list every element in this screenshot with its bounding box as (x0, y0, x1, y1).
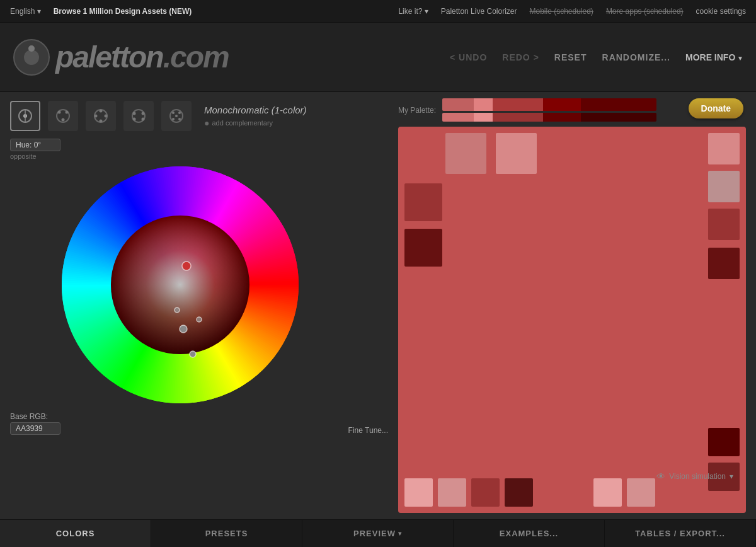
logo: paletton.com (13, 38, 229, 76)
base-rgb-label: Base RGB: (10, 412, 60, 421)
browse-link[interactable]: Browse 1 Million Design Assets (NEW) (54, 7, 192, 16)
logo-icon (13, 38, 50, 76)
color-wheel[interactable] (60, 165, 300, 405)
left-panel: Monochromatic (1-color) ● add complement… (10, 98, 388, 513)
color-preview-area[interactable]: 👁 Vision simulation ▾ (398, 127, 746, 513)
scheme-triadic-btn[interactable] (86, 101, 116, 131)
swatch-top-c2[interactable] (496, 133, 537, 174)
svg-point-8 (66, 111, 69, 114)
language-selector[interactable]: English ▾ (10, 7, 41, 16)
svg-point-23 (172, 118, 175, 120)
svg-point-12 (105, 115, 108, 118)
undo-button[interactable]: < UNDO (450, 52, 487, 62)
vision-sim-arrow: ▾ (730, 472, 733, 481)
likeit-btn[interactable]: Like it? ▾ (398, 7, 428, 16)
palette-color-4[interactable] (543, 98, 581, 111)
logo-text: paletton.com (55, 40, 229, 74)
add-complementary-btn[interactable]: ● add complementary (204, 118, 307, 128)
swatch-right-2[interactable] (708, 248, 740, 279)
swatch-top-right[interactable] (708, 133, 740, 164)
swatch-bottom-1[interactable] (404, 478, 433, 507)
preview-arrow: ▾ (398, 530, 402, 537)
main-area: Monochromatic (1-color) ● add complement… (0, 92, 756, 519)
svg-point-22 (178, 112, 181, 114)
my-palette-label: My Palette: (398, 106, 436, 115)
palette-color-3[interactable] (493, 98, 543, 111)
right-panel: My Palette: (398, 98, 746, 513)
cookie-settings-link[interactable]: cookie settings (696, 7, 746, 16)
svg-point-9 (62, 118, 65, 122)
svg-point-19 (142, 118, 145, 121)
scheme-selector: Monochromatic (1-color) ● add complement… (10, 98, 388, 134)
mobile-link[interactable]: Mobile (scheduled) (529, 7, 593, 16)
scheme-tetradic-btn[interactable] (123, 101, 154, 131)
swatch-left-1[interactable] (404, 183, 442, 221)
palette-color-1[interactable] (442, 98, 474, 111)
bottom-swatch-row (404, 478, 655, 507)
swatch-lower-right-1[interactable] (708, 428, 740, 456)
palette-sec-4[interactable] (543, 113, 581, 122)
svg-point-1 (24, 50, 39, 65)
tab-examples[interactable]: EXAMPLES... (454, 520, 605, 547)
palette-color-2[interactable] (474, 98, 493, 111)
palette-strip (442, 98, 656, 111)
palette-strip-secondary (442, 113, 656, 122)
svg-point-25 (175, 115, 178, 117)
scheme-free-btn[interactable] (161, 101, 192, 131)
palette-sec-2[interactable] (474, 113, 493, 122)
tab-preview[interactable]: PREVIEW ▾ (302, 520, 454, 547)
palette-sec-3[interactable] (493, 113, 543, 122)
swatch-bottom-6[interactable] (627, 478, 655, 507)
palette-color-5[interactable] (581, 98, 656, 111)
reset-button[interactable]: RESET (554, 52, 587, 62)
swatch-bottom-5[interactable] (593, 478, 622, 507)
svg-point-24 (178, 118, 181, 120)
base-rgb-area: Base RGB: AA3939 (10, 412, 60, 435)
palette-sec-5[interactable] (581, 113, 656, 122)
header: paletton.com < UNDO REDO > RESET RANDOMI… (0, 23, 756, 92)
swatch-bottom-3[interactable] (471, 478, 500, 507)
top-navigation: English ▾ Browse 1 Million Design Assets… (0, 0, 756, 23)
base-rgb-input[interactable]: AA3939 (10, 422, 60, 435)
moreapps-link[interactable]: More apps (scheduled) (606, 7, 684, 16)
scheme-name: Monochromatic (1-color) (204, 105, 307, 115)
svg-point-13 (100, 110, 103, 113)
header-actions: < UNDO REDO > RESET RANDOMIZE... MORE IN… (450, 52, 743, 62)
hue-info: Hue: 0° opposite (10, 139, 388, 160)
bottom-left-info: Base RGB: AA3939 Fine Tune (10, 410, 388, 437)
swatch-bottom-2[interactable] (438, 478, 466, 507)
eye-icon: 👁 (656, 471, 665, 481)
svg-point-2 (28, 45, 35, 52)
color-wheel-container (10, 165, 350, 405)
fine-tune-button[interactable]: Fine Tune (348, 426, 388, 435)
hue-display: Hue: 0° (10, 139, 60, 151)
opposite-label: opposite (10, 153, 388, 160)
swatch-right-1[interactable] (708, 209, 740, 240)
svg-point-7 (58, 111, 61, 114)
tab-tables[interactable]: TABLES / EXPORT... (605, 520, 756, 547)
svg-point-18 (133, 118, 136, 121)
scheme-name-area: Monochromatic (1-color) ● add complement… (204, 105, 307, 128)
donate-button[interactable]: Donate (689, 98, 743, 118)
tab-colors[interactable]: COLORS (0, 520, 151, 547)
swatch-top-c1[interactable] (445, 133, 486, 174)
colorizer-link[interactable]: Paletton Live Colorizer (441, 7, 517, 16)
swatch-left-2[interactable] (404, 229, 442, 267)
scheme-adjacent-btn[interactable] (48, 101, 78, 131)
more-info-button[interactable]: MORE INFO (685, 52, 743, 62)
svg-point-17 (142, 112, 145, 115)
svg-point-14 (100, 120, 103, 123)
tab-presets[interactable]: PRESETS (151, 520, 302, 547)
swatch-row2-right[interactable] (708, 171, 740, 202)
svg-point-21 (172, 112, 175, 114)
bottom-tabs: COLORS PRESETS PREVIEW ▾ EXAMPLES... TAB… (0, 519, 756, 547)
randomize-button[interactable]: RANDOMIZE... (602, 52, 670, 62)
palette-sec-1[interactable] (442, 113, 474, 122)
vision-simulation-btn[interactable]: 👁 Vision simulation ▾ (656, 471, 733, 481)
scheme-monochromatic-btn[interactable] (10, 101, 40, 131)
svg-point-16 (133, 112, 136, 115)
redo-button[interactable]: REDO > (502, 52, 539, 62)
swatch-bottom-4[interactable] (505, 478, 533, 507)
svg-point-11 (94, 115, 98, 118)
